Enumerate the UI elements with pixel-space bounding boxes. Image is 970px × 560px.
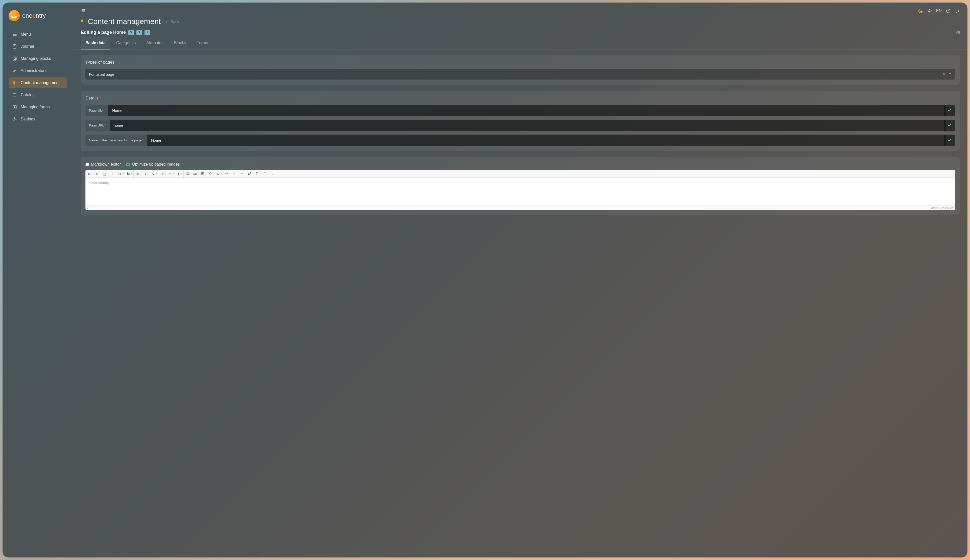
- chevron-down-icon[interactable]: ▾: [181, 173, 182, 175]
- outdent-button[interactable]: [134, 170, 141, 177]
- sidebar-item-settings[interactable]: Settings: [8, 113, 67, 125]
- redo-button[interactable]: [230, 170, 238, 177]
- strike-button[interactable]: S: [93, 170, 101, 177]
- types-panel-title: Types of pages*: [85, 60, 955, 65]
- theme-toggle[interactable]: [918, 8, 923, 13]
- clear-select-button[interactable]: [942, 72, 946, 77]
- details-panel: Details* Page title* Page URL*: [81, 91, 960, 151]
- subheader: Editing a page Home V S I #5: [73, 28, 967, 37]
- sidebar-item-administrators[interactable]: Administrators: [8, 65, 67, 76]
- chevron-down-icon[interactable]: ▾: [123, 173, 124, 175]
- clear-format-button[interactable]: [253, 170, 261, 177]
- chevron-down-icon[interactable]: [948, 72, 952, 77]
- sidebar-item-managing-forms[interactable]: Managing forms: [8, 102, 67, 113]
- underline-button[interactable]: U: [101, 170, 109, 177]
- fullscreen-button[interactable]: [261, 170, 269, 177]
- svg-point-21: [14, 119, 15, 120]
- svg-rect-6: [14, 58, 16, 60]
- lang-tag-i[interactable]: I: [145, 30, 150, 35]
- resize-handle[interactable]: ⋮⋮: [87, 206, 90, 209]
- chevron-down-icon[interactable]: ▾: [155, 173, 157, 175]
- eraser-button[interactable]: [246, 170, 253, 177]
- language-switch[interactable]: EN: [936, 8, 942, 13]
- italic-button[interactable]: I: [109, 170, 116, 177]
- page-url-input[interactable]: [110, 120, 946, 131]
- svg-point-7: [13, 70, 15, 72]
- types-select[interactable]: For usual page: [85, 69, 955, 80]
- details-panel-title: Details*: [85, 96, 955, 101]
- project-switch[interactable]: [927, 8, 932, 13]
- sidebar-item-catalog[interactable]: Catalog: [8, 89, 67, 100]
- svg-text:3: 3: [127, 174, 128, 175]
- words-count: WORDS: 0: [942, 207, 953, 209]
- tab-blocks[interactable]: Blocks: [170, 37, 190, 50]
- tab-forms[interactable]: Forms: [192, 37, 212, 50]
- chevron-down-icon[interactable]: ▾: [173, 173, 174, 175]
- markdown-label-text: Markdown editor: [91, 162, 121, 167]
- sidebar-item-content-management[interactable]: Content management: [8, 77, 67, 88]
- tab-attributes[interactable]: Attributes: [142, 37, 168, 50]
- types-select-value: For usual page: [89, 72, 940, 77]
- undo-button[interactable]: [223, 170, 230, 177]
- hamburger-button[interactable]: [81, 8, 85, 13]
- hr-button[interactable]: [238, 170, 246, 177]
- tab-basic-data[interactable]: Basic data: [81, 37, 110, 50]
- check-icon: [947, 138, 952, 143]
- link-button[interactable]: [206, 170, 214, 177]
- page-title-input[interactable]: [108, 105, 946, 116]
- catalog-icon: [12, 92, 17, 97]
- optimize-checkbox[interactable]: [126, 163, 130, 166]
- content: Types of pages* For usual page Details* …: [73, 50, 967, 223]
- chevron-down-icon[interactable]: ▾: [221, 173, 222, 175]
- chevron-down-icon[interactable]: ▾: [131, 173, 132, 175]
- markdown-checkbox-label[interactable]: Markdown editor: [85, 162, 121, 167]
- markdown-checkbox[interactable]: [85, 163, 89, 166]
- page-url-label: Page URL*: [85, 120, 110, 131]
- back-link-label: Back: [170, 20, 180, 24]
- sidebar-item-managing-blocks[interactable]: Managing blocks: [8, 53, 67, 64]
- help-button[interactable]: ?: [269, 170, 276, 177]
- header-row: Content management Back: [73, 13, 967, 28]
- sidebar-item-label: Menu: [21, 32, 31, 37]
- types-panel: Types of pages* For usual page: [81, 55, 960, 85]
- menu-name-row: Name of the menu item for the page*: [85, 135, 955, 146]
- table-button[interactable]: [199, 170, 206, 177]
- logout-button[interactable]: [955, 8, 960, 13]
- sidebar: oneentry Menu Journal Managing blocks Ad…: [3, 3, 73, 557]
- optimize-checkbox-label[interactable]: Optimize uploaded images: [126, 162, 180, 167]
- menu-name-valid: [944, 135, 955, 146]
- lang-tag-v[interactable]: V: [129, 30, 134, 35]
- bold-button[interactable]: B: [86, 170, 93, 177]
- lang-tag-s[interactable]: S: [137, 30, 142, 35]
- menu-name-input[interactable]: [147, 135, 946, 146]
- image-button[interactable]: [184, 170, 191, 177]
- page-id: #5: [956, 30, 960, 35]
- chevron-down-icon[interactable]: ▾: [164, 173, 165, 175]
- sidebar-item-label: Settings: [21, 117, 35, 122]
- rich-editor: B S U I ▾ 123▾: [85, 170, 955, 210]
- indent-button[interactable]: [141, 170, 149, 177]
- tab-categories[interactable]: Categories: [112, 37, 140, 50]
- sidebar-item-journal[interactable]: Journal: [8, 41, 67, 52]
- sidebar-item-menu[interactable]: Menu: [8, 29, 67, 40]
- forms-icon: [12, 105, 17, 110]
- help-button[interactable]: [946, 8, 951, 13]
- logo-text-prefix: one: [22, 12, 32, 19]
- editor-textarea[interactable]: Start writing...: [86, 178, 955, 205]
- logo: oneentry: [8, 10, 67, 21]
- chars-count: CHARS: 0: [931, 207, 941, 209]
- required-mark: *: [99, 96, 101, 100]
- video-button[interactable]: [191, 170, 199, 177]
- check-icon: [947, 108, 952, 113]
- svg-point-33: [119, 173, 119, 174]
- back-link[interactable]: Back: [165, 20, 180, 24]
- key-icon: [12, 68, 17, 73]
- page-url-row: Page URL*: [85, 120, 955, 131]
- tabs: Basic data Categories Attributes Blocks …: [73, 37, 967, 50]
- logo-text-suffix: ntry: [36, 12, 46, 19]
- svg-rect-20: [13, 105, 16, 108]
- blocks-icon: [12, 56, 17, 61]
- logo-icon: [8, 10, 20, 21]
- page-title-valid: [944, 105, 955, 116]
- content-icon: [12, 80, 17, 85]
